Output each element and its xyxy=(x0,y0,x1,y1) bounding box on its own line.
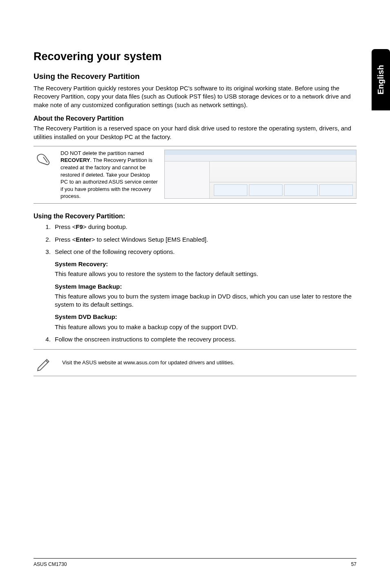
step-4: Follow the onscreen instructions to comp… xyxy=(52,335,356,343)
step-2: Press <Enter> to select Windows Setup [E… xyxy=(52,236,356,244)
pencil-icon xyxy=(36,355,52,372)
note-icon xyxy=(34,150,54,168)
steps-list: Press <F9> during bootup. Press <Enter> … xyxy=(34,223,356,343)
note-box: DO NOT delete the partition named RECOVE… xyxy=(34,146,356,204)
step-2-key: Enter xyxy=(76,236,91,243)
subsection-heading-about: About the Recovery Partition xyxy=(34,114,356,123)
page-title: Recovering your system xyxy=(34,49,356,64)
option-2-heading: System Image Backup: xyxy=(55,283,356,291)
option-3-text: This feature allows you to make a backup… xyxy=(55,323,356,331)
step-3: Select one of the following recovery opt… xyxy=(52,248,356,331)
step-3-text: Select one of the following recovery opt… xyxy=(55,248,175,255)
footer-page-number: 57 xyxy=(351,561,356,568)
page-content: Recovering your system Using the Recover… xyxy=(0,0,390,376)
option-3-heading: System DVD Backup: xyxy=(55,313,356,321)
tip-icon xyxy=(34,354,54,372)
hand-point-icon xyxy=(36,151,52,168)
disk-management-thumbnail xyxy=(164,150,356,199)
using-heading: Using the Recovery Partition: xyxy=(34,212,356,221)
tip-text: Visit the ASUS website at www.asus.com f… xyxy=(62,359,234,366)
option-1-heading: System Recovery: xyxy=(55,260,356,268)
note-prefix: DO NOT delete the partition named xyxy=(61,150,144,156)
step-1-prefix: Press < xyxy=(55,223,76,230)
step-1-suffix: > during bootup. xyxy=(83,223,128,230)
note-suffix: . The Recovery Partition is created at t… xyxy=(61,157,158,199)
section-heading-recovery-partition: Using the Recovery Partition xyxy=(34,71,356,82)
step-2-prefix: Press < xyxy=(55,236,76,243)
note-bold: RECOVERY xyxy=(61,157,90,163)
option-2-text: This feature allows you to burn the syst… xyxy=(55,292,356,309)
note-text: DO NOT delete the partition named RECOVE… xyxy=(61,150,159,200)
intro-paragraph: The Recovery Partition quickly restores … xyxy=(34,84,356,109)
about-paragraph: The Recovery Partition is a reserved spa… xyxy=(34,124,356,141)
tip-box: Visit the ASUS website at www.asus.com f… xyxy=(34,349,356,376)
page-footer: ASUS CM1730 57 xyxy=(34,558,356,568)
step-2-suffix: > to select Windows Setup [EMS Enabled]. xyxy=(92,236,208,243)
footer-model: ASUS CM1730 xyxy=(34,561,67,568)
option-1-text: This feature allows you to restore the s… xyxy=(55,270,356,278)
step-1-key: F9 xyxy=(76,223,83,230)
step-1: Press <F9> during bootup. xyxy=(52,223,356,231)
